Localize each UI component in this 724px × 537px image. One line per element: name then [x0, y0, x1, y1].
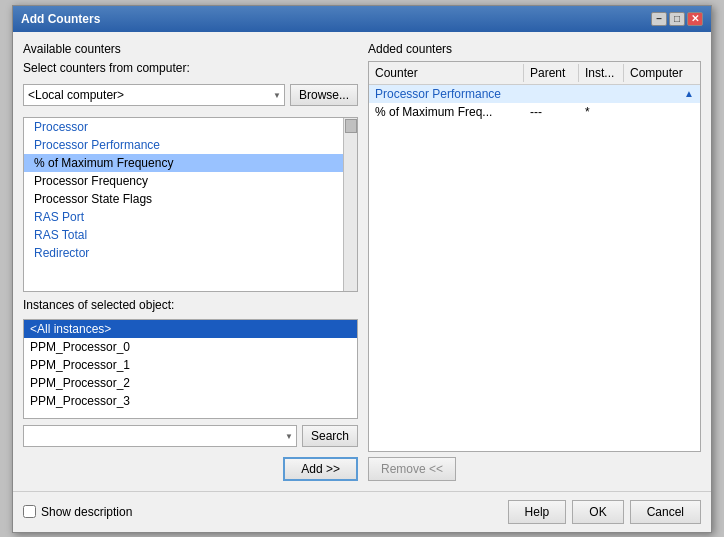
minimize-button[interactable]: –: [651, 12, 667, 26]
table-row[interactable]: % of Maximum Freq... --- *: [369, 103, 700, 121]
help-button[interactable]: Help: [508, 500, 567, 524]
group-header-processor-performance[interactable]: Processor Performance ▲: [369, 85, 700, 103]
instances-label: Instances of selected object:: [23, 298, 358, 312]
group-expand-icon: ▲: [684, 88, 694, 99]
maximize-button[interactable]: □: [669, 12, 685, 26]
close-button[interactable]: ✕: [687, 12, 703, 26]
left-panel: Available counters Select counters from …: [23, 42, 358, 481]
table-body[interactable]: Processor Performance ▲ % of Maximum Fre…: [369, 85, 700, 451]
dialog-content: Available counters Select counters from …: [13, 32, 711, 491]
right-panel: Added counters Counter Parent Inst... Co…: [368, 42, 701, 481]
counter-item-processor-freq[interactable]: Processor Frequency: [24, 172, 357, 190]
dialog-footer: Show description Help OK Cancel: [13, 491, 711, 532]
browse-button[interactable]: Browse...: [290, 84, 358, 106]
counter-item-redirector[interactable]: Redirector ▼: [24, 244, 357, 262]
counters-list[interactable]: Processor ▼ Processor Performance ▲ % of…: [23, 117, 358, 292]
title-bar: Add Counters – □ ✕: [13, 6, 711, 32]
title-bar-buttons: – □ ✕: [651, 12, 703, 26]
dialog-title: Add Counters: [21, 12, 100, 26]
available-counters-label: Available counters: [23, 42, 358, 56]
remove-button[interactable]: Remove <<: [368, 457, 456, 481]
counters-scrollbar[interactable]: [343, 118, 357, 291]
search-input[interactable]: [23, 425, 297, 447]
remove-row: Remove <<: [368, 457, 701, 481]
computer-dropdown-wrapper: [23, 84, 285, 106]
col-header-inst: Inst...: [579, 64, 624, 82]
add-row: Add >>: [23, 457, 358, 481]
computer-select-row: Browse...: [23, 84, 358, 106]
col-header-counter: Counter: [369, 64, 524, 82]
counter-item-processor-state[interactable]: Processor State Flags: [24, 190, 357, 208]
added-counters-label: Added counters: [368, 42, 701, 56]
footer-buttons: Help OK Cancel: [508, 500, 701, 524]
cell-computer: [630, 105, 694, 119]
computer-select[interactable]: [23, 84, 285, 106]
instance-ppm2[interactable]: PPM_Processor_2: [24, 374, 357, 392]
instances-list[interactable]: <All instances> PPM_Processor_0 PPM_Proc…: [23, 319, 358, 419]
instance-ppm1[interactable]: PPM_Processor_1: [24, 356, 357, 374]
col-header-parent: Parent: [524, 64, 579, 82]
show-description-label: Show description: [41, 505, 132, 519]
add-counters-dialog: Add Counters – □ ✕ Available counters Se…: [12, 5, 712, 533]
select-from-label: Select counters from computer:: [23, 61, 358, 75]
added-counters-table: Counter Parent Inst... Computer Processo…: [368, 61, 701, 452]
instance-ppm0[interactable]: PPM_Processor_0: [24, 338, 357, 356]
cell-parent: ---: [530, 105, 585, 119]
cell-inst: *: [585, 105, 630, 119]
show-description-checkbox[interactable]: [23, 505, 36, 518]
search-button[interactable]: Search: [302, 425, 358, 447]
show-description-row: Show description: [23, 505, 132, 519]
ok-button[interactable]: OK: [572, 500, 623, 524]
cell-counter: % of Maximum Freq...: [375, 105, 530, 119]
instance-ppm3[interactable]: PPM_Processor_3: [24, 392, 357, 410]
search-dropdown-wrapper: [23, 425, 297, 447]
cancel-button[interactable]: Cancel: [630, 500, 701, 524]
counter-item-max-freq[interactable]: % of Maximum Frequency: [24, 154, 357, 172]
instances-section: Instances of selected object: <All insta…: [23, 298, 358, 419]
instance-all[interactable]: <All instances>: [24, 320, 357, 338]
counter-item-processor[interactable]: Processor ▼: [24, 118, 357, 136]
table-header: Counter Parent Inst... Computer: [369, 62, 700, 85]
col-header-computer: Computer: [624, 64, 700, 82]
counter-item-ras-port[interactable]: RAS Port ▼: [24, 208, 357, 226]
search-row: Search: [23, 425, 358, 447]
counter-item-ras-total[interactable]: RAS Total ▼: [24, 226, 357, 244]
add-button[interactable]: Add >>: [283, 457, 358, 481]
counter-item-processor-performance[interactable]: Processor Performance ▲: [24, 136, 357, 154]
